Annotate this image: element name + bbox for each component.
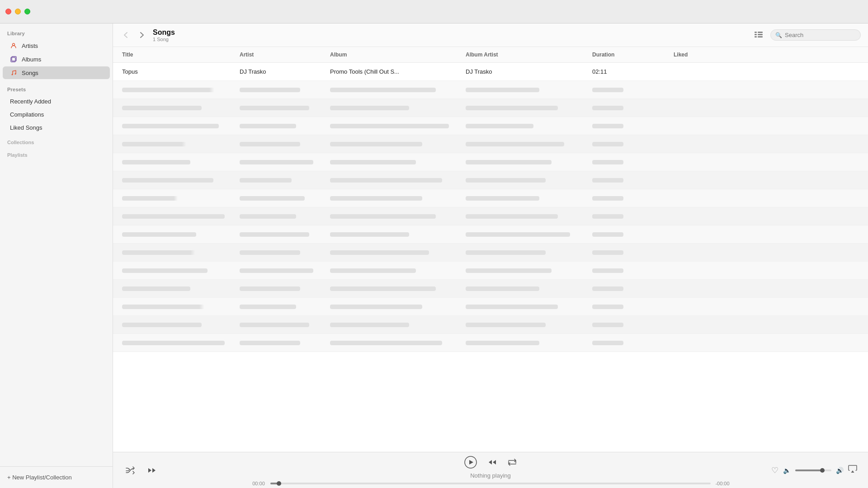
skeleton-cell (590, 322, 672, 328)
sidebar-item-compilations[interactable]: Compilations (3, 108, 110, 121)
skeleton-cell (238, 304, 328, 310)
skeleton-cell (120, 213, 238, 220)
skeleton-cell (726, 179, 861, 181)
skeleton-cell (120, 286, 238, 292)
skeleton-cell (590, 267, 672, 274)
back-button[interactable] (120, 30, 131, 41)
skeleton-cell (120, 267, 238, 274)
table-header: Title Artist Album Album Artist Duration… (113, 47, 868, 63)
skeleton-cell (120, 249, 238, 256)
sidebar-item-albums[interactable]: Albums (3, 53, 110, 66)
skeleton-cell (328, 340, 464, 346)
sidebar-item-songs[interactable]: Songs (3, 66, 110, 79)
skeleton-cell (328, 286, 464, 292)
skeleton-cell (120, 177, 238, 183)
progress-track[interactable] (270, 483, 711, 484)
skeleton-cell (590, 87, 672, 93)
skeleton-cell (464, 105, 590, 111)
progress-thumb (277, 481, 281, 486)
skeleton-row (113, 298, 868, 316)
new-playlist-label: + New Playlist/Collection (7, 474, 72, 481)
skeleton-cell (328, 141, 464, 147)
skeleton-cell (120, 123, 238, 129)
sidebar-artists-label: Artists (22, 42, 38, 49)
new-playlist-button[interactable]: + New Playlist/Collection (7, 472, 105, 483)
skeleton-row (113, 316, 868, 334)
volume-high-icon: 🔊 (836, 467, 844, 474)
skeleton-cell (590, 105, 672, 111)
skeleton-cell (726, 270, 861, 272)
airplay-button[interactable] (848, 465, 857, 476)
skeleton-cell (238, 87, 328, 93)
skeleton-cell (328, 177, 464, 183)
sidebar-item-artists[interactable]: Artists (3, 39, 110, 52)
fast-forward-button[interactable] (486, 456, 499, 468)
compilations-label: Compilations (10, 111, 44, 118)
cell-album-artist: DJ Trasko (464, 67, 590, 76)
skeleton-cell (120, 105, 238, 111)
skeleton-cell (590, 249, 672, 256)
skeleton-cell (672, 89, 726, 91)
skeleton-cell (590, 286, 672, 292)
like-button[interactable]: ♡ (771, 465, 778, 475)
col-album-artist: Album Artist (464, 51, 590, 59)
traffic-lights (5, 9, 30, 14)
skeleton-cell (726, 342, 861, 344)
col-title: Title (120, 51, 238, 59)
forward-button[interactable] (137, 30, 147, 41)
maximize-button[interactable] (24, 9, 30, 14)
svg-rect-5 (755, 32, 757, 33)
svg-point-3 (12, 74, 13, 75)
skeleton-cell (464, 87, 590, 93)
skeleton-cell (328, 267, 464, 274)
playback-buttons (462, 454, 519, 470)
sidebar-footer: + New Playlist/Collection (0, 466, 113, 488)
playback-controls: Nothing playing 00:00 -00:00 ♡ 🔈 (124, 452, 857, 488)
skeleton-cell (464, 340, 590, 346)
music-note-icon (10, 69, 17, 76)
shuffle-button[interactable] (124, 465, 137, 476)
close-button[interactable] (5, 9, 11, 14)
search-box[interactable]: 🔍 (770, 29, 861, 41)
skeleton-cell (328, 87, 464, 93)
skeleton-cell (120, 141, 238, 147)
sidebar-item-recently-added[interactable]: Recently Added (3, 95, 110, 108)
sidebar-item-liked-songs[interactable]: Liked Songs (3, 122, 110, 134)
skeleton-cell (672, 197, 726, 199)
repeat-button[interactable] (506, 456, 519, 468)
skeleton-cell (328, 195, 464, 202)
skeleton-cell (726, 89, 861, 91)
page-title: Songs (153, 28, 747, 37)
skeleton-cell (120, 340, 238, 346)
volume-track[interactable] (795, 469, 831, 471)
skeleton-cell (464, 231, 590, 238)
skeleton-cell (464, 213, 590, 220)
playback-bar: Nothing playing 00:00 -00:00 ♡ 🔈 (113, 452, 868, 488)
songs-table[interactable]: Title Artist Album Album Artist Duration… (113, 47, 868, 452)
minimize-button[interactable] (15, 9, 21, 14)
table-row[interactable]: Topus DJ Trasko Promo Tools (Chill Out S… (113, 63, 868, 81)
skeleton-cell (238, 195, 328, 202)
playback-center: Nothing playing 00:00 -00:00 (250, 454, 731, 486)
skeleton-cell (238, 340, 328, 346)
skeleton-row (113, 244, 868, 262)
skeleton-cell (464, 304, 590, 310)
rewind-button[interactable] (146, 465, 158, 476)
skeleton-cell (672, 270, 726, 272)
play-pause-button[interactable] (462, 454, 479, 470)
skeleton-cell (672, 324, 726, 326)
skeleton-cell (590, 213, 672, 220)
skeleton-row (113, 207, 868, 225)
sidebar-albums-label: Albums (22, 56, 41, 63)
skeleton-cell (120, 87, 238, 93)
skeleton-cell (238, 286, 328, 292)
cell-duration: 02:11 (590, 67, 672, 76)
search-input[interactable] (785, 32, 856, 38)
skeleton-row (113, 117, 868, 135)
skeleton-row (113, 189, 868, 207)
skeleton-row (113, 99, 868, 117)
skeleton-cell (238, 322, 328, 328)
list-view-button[interactable] (752, 29, 765, 42)
skeleton-cell (238, 159, 328, 165)
skeleton-cell (464, 177, 590, 183)
